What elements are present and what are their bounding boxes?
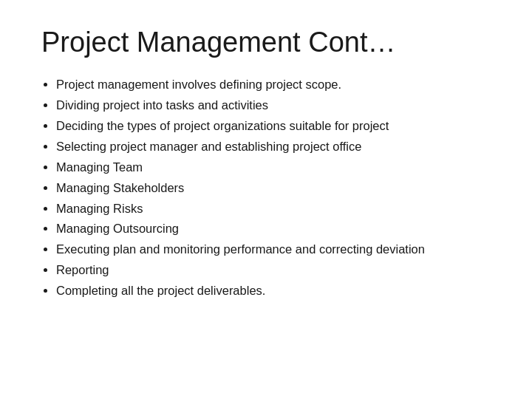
bullet-list: Project management involves defining pro… <box>35 76 497 300</box>
bullet-item: Dividing project into tasks and activiti… <box>56 97 497 115</box>
bullet-item: Selecting project manager and establishi… <box>56 138 497 156</box>
bullet-item: Managing Risks <box>56 200 497 218</box>
bullet-item: Reporting <box>56 262 497 279</box>
slide-title: Project Management Cont… <box>41 27 497 58</box>
bullet-item: Completing all the project deliverables. <box>56 282 497 300</box>
bullet-item: Managing Outsourcing <box>56 220 497 238</box>
bullet-item: Executing plan and monitoring performanc… <box>56 241 497 259</box>
bullet-item: Project management involves defining pro… <box>56 76 497 94</box>
bullet-item: Deciding the types of project organizati… <box>56 117 497 135</box>
bullet-item: Managing Team <box>56 159 497 177</box>
bullet-item: Managing Stakeholders <box>56 180 497 197</box>
slide: Project Management Cont… Project managem… <box>0 0 532 399</box>
